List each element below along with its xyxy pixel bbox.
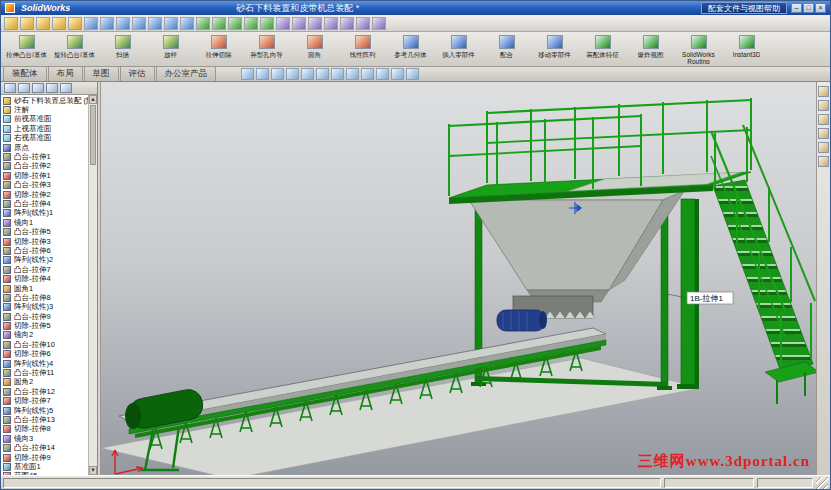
search-icon[interactable] [818,128,829,139]
command-tab[interactable]: 装配体 [3,66,47,81]
tree-item[interactable]: 圆角1 [3,284,88,293]
rebuild-icon[interactable] [180,17,194,30]
zoom-fit-icon[interactable] [241,68,254,80]
secondary-window-title[interactable]: 配套文件与视图帮助 [701,2,787,14]
copy-icon[interactable] [132,17,146,30]
hidden-lines-removed-icon[interactable] [356,17,370,30]
print-preview-icon[interactable] [68,17,82,30]
command-button[interactable]: 插入零部件 [435,33,482,65]
command-button[interactable]: 装配体特征 [579,33,626,65]
view-orientation-icon[interactable] [301,68,314,80]
dimxpert-manager-icon[interactable] [46,83,58,93]
hide-show-items-icon[interactable] [331,68,344,80]
tree-item[interactable]: 阵列(线性)3 [3,303,88,312]
open-icon[interactable] [20,17,34,30]
tree-item[interactable]: 凸台-拉伸12 [3,387,88,396]
tree-item[interactable]: 镜向3 [3,434,88,443]
property-manager-icon[interactable] [18,83,30,93]
paste-icon[interactable] [148,17,162,30]
tree-item[interactable]: 凸台-拉伸11 [3,368,88,377]
command-button[interactable]: 配合 [483,33,530,65]
tree-item[interactable]: 切除-拉伸7 [3,397,88,406]
command-tab[interactable]: 评估 [120,66,155,81]
mass-properties-icon[interactable] [228,17,242,30]
tree-item[interactable]: 凸台-拉伸5 [3,227,88,236]
rotate-view-icon[interactable] [308,17,322,30]
tree-item[interactable]: 凸台-拉伸2 [3,162,88,171]
tree-scrollbar[interactable]: ▲ ▼ [88,95,97,475]
display-manager-icon[interactable] [60,83,72,93]
measure-icon[interactable] [212,17,226,30]
scroll-down-icon[interactable]: ▼ [89,466,97,475]
feature-manager-icon[interactable] [4,83,16,93]
view-palette-icon[interactable] [818,142,829,153]
command-button[interactable]: Instant3D [723,33,770,65]
scroll-up-icon[interactable]: ▲ [89,95,97,104]
tree-item[interactable]: 凸台-拉伸3 [3,181,88,190]
delete-icon[interactable] [164,17,178,30]
tree-item[interactable]: 切除-拉伸5 [3,321,88,330]
file-explorer-icon[interactable] [818,114,829,125]
wireframe-icon[interactable] [372,17,386,30]
tree-item[interactable]: 切除-拉伸4 [3,274,88,283]
tree-item[interactable]: 上视基准面 [3,124,88,133]
shaded-icon[interactable] [340,17,354,30]
tree-item[interactable]: 切除-拉伸3 [3,237,88,246]
tree-item[interactable]: 右视基准面 [3,134,88,143]
tree-item[interactable]: 阵列(线性)5 [3,406,88,415]
design-library-icon[interactable] [818,100,829,111]
tree-item[interactable]: 注解 [3,105,88,114]
pan-icon[interactable] [324,17,338,30]
tree-item[interactable]: 阵列(线性)4 [3,359,88,368]
tree-item[interactable]: 切除-拉伸8 [3,425,88,434]
tree-item[interactable]: 凸台-拉伸14 [3,443,88,452]
command-button[interactable]: 移动零部件 [531,33,578,65]
command-button[interactable]: 放样 [147,33,194,65]
command-button[interactable]: 圆角 [291,33,338,65]
command-tab[interactable]: 草图 [84,66,119,81]
solidworks-resources-icon[interactable] [818,86,829,97]
save-icon[interactable] [36,17,50,30]
resize-grip[interactable] [816,477,828,489]
rotate-view-icon[interactable] [391,68,404,80]
tree-item[interactable]: 凸台-拉伸4 [3,199,88,208]
zoom-fit-icon[interactable] [276,17,290,30]
tree-item[interactable]: 凸台-拉伸1 [3,152,88,161]
command-button[interactable]: 异型孔向导 [243,33,290,65]
pan-icon[interactable] [406,68,419,80]
feature-callout[interactable]: 1B-拉伸1 [667,292,733,304]
appearances-scenes-icon[interactable] [818,156,829,167]
window-control-button[interactable]: – [791,3,802,13]
titlebar[interactable]: SolidWorks 砂石下料装置和皮带机总装配 * 配套文件与视图帮助 –□× [1,1,830,15]
command-button[interactable]: 旋转凸台/基体 [51,33,98,65]
window-control-button[interactable]: × [815,3,826,13]
cut-icon[interactable] [116,17,130,30]
print-icon[interactable] [52,17,66,30]
command-button[interactable]: 参考几何体 [387,33,434,65]
zoom-area-icon[interactable] [292,17,306,30]
window-control-button[interactable]: □ [803,3,814,13]
apply-scene-icon[interactable] [361,68,374,80]
model-crusher-motor[interactable] [497,296,595,331]
tree-item[interactable]: 凸台-拉伸10 [3,340,88,349]
tree-item[interactable]: 切除-拉伸2 [3,190,88,199]
command-button[interactable]: 爆炸视图 [627,33,674,65]
command-button[interactable]: 拉伸切除 [195,33,242,65]
tree-item[interactable]: 凸台-拉伸13 [3,415,88,424]
previous-view-icon[interactable] [271,68,284,80]
scrollbar-thumb[interactable] [90,105,96,165]
tree-item[interactable]: 阵列(线性)1 [3,209,88,218]
command-tab[interactable]: 办公室产品 [156,66,217,81]
tree-item[interactable]: 原点 [3,143,88,152]
display-style-icon[interactable] [316,68,329,80]
view-orientation-icon[interactable] [260,17,274,30]
command-tab[interactable]: 布局 [48,66,83,81]
command-button[interactable]: SolidWorks Routing [675,33,722,65]
new-icon[interactable] [4,17,18,30]
tree-item[interactable]: 凸台-拉伸9 [3,312,88,321]
tree-item[interactable]: 切除-拉伸6 [3,350,88,359]
model-staircase[interactable] [711,125,816,404]
edit-color-icon[interactable] [196,17,210,30]
section-view-icon[interactable] [286,68,299,80]
graphics-viewport[interactable]: 1B-拉伸1 三维网www.3dportal.cn [101,82,816,475]
